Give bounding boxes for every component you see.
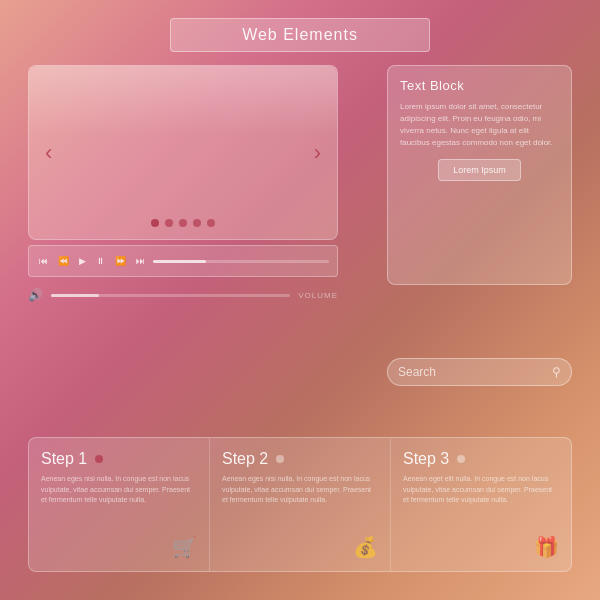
step-3-text: Aenean eget elit nulla. In congue est no… xyxy=(403,474,559,506)
step-2-title: Step 2 xyxy=(222,450,268,468)
step-2-text: Aenean eges nisi nulla. In congue est no… xyxy=(222,474,378,506)
text-block-body: Lorem ipsum dolor sit amet, consectetur … xyxy=(400,101,559,149)
page-title: Web Elements xyxy=(242,26,358,43)
volume-label: VOLUME xyxy=(298,291,338,300)
title-bar: Web Elements xyxy=(170,18,430,52)
step-1-header: Step 1 xyxy=(41,450,197,468)
slideshow-dots xyxy=(29,219,337,227)
media-btn-end[interactable]: ⏭ xyxy=(134,254,147,268)
media-btn-start[interactable]: ⏮ xyxy=(37,254,50,268)
media-btn-rewind[interactable]: ⏪ xyxy=(56,254,71,268)
step-3-header: Step 3 xyxy=(403,450,559,468)
slideshow-prev-arrow[interactable]: ‹ xyxy=(37,136,60,170)
step-1: Step 1 Aenean eges nisi nulla. In congue… xyxy=(29,438,210,571)
step-3-title: Step 3 xyxy=(403,450,449,468)
search-icon: ⚲ xyxy=(552,365,561,379)
slideshow-inner: ‹ › xyxy=(29,66,337,239)
slideshow-next-arrow[interactable]: › xyxy=(306,136,329,170)
media-controls-bar: ⏮ ⏪ ▶ ⏸ ⏩ ⏭ xyxy=(28,245,338,277)
step-3-dot xyxy=(457,455,465,463)
step-1-icon: 🛒 xyxy=(172,535,197,559)
dot-2[interactable] xyxy=(165,219,173,227)
search-input[interactable] xyxy=(398,365,552,379)
steps-bar: Step 1 Aenean eges nisi nulla. In congue… xyxy=(28,437,572,572)
media-progress-fill xyxy=(153,260,206,263)
text-block-title: Text Block xyxy=(400,78,559,93)
text-block-panel: Text Block Lorem ipsum dolor sit amet, c… xyxy=(387,65,572,285)
media-btn-forward[interactable]: ⏩ xyxy=(113,254,128,268)
slideshow-panel: ‹ › xyxy=(28,65,338,240)
dot-3[interactable] xyxy=(179,219,187,227)
step-1-dot xyxy=(95,455,103,463)
volume-bar-container: 🔊 VOLUME xyxy=(28,285,338,305)
lorem-ipsum-button[interactable]: Lorem Ipsum xyxy=(438,159,521,181)
dot-4[interactable] xyxy=(193,219,201,227)
step-3: Step 3 Aenean eget elit nulla. In congue… xyxy=(391,438,571,571)
search-bar[interactable]: ⚲ xyxy=(387,358,572,386)
media-btn-play[interactable]: ▶ xyxy=(77,254,88,268)
volume-track[interactable] xyxy=(51,294,290,297)
step-2-icon: 💰 xyxy=(353,535,378,559)
media-btn-pause[interactable]: ⏸ xyxy=(94,254,107,268)
volume-icon: 🔊 xyxy=(28,288,43,302)
dot-5[interactable] xyxy=(207,219,215,227)
volume-fill xyxy=(51,294,99,297)
step-2-dot xyxy=(276,455,284,463)
step-1-title: Step 1 xyxy=(41,450,87,468)
step-1-text: Aenean eges nisi nulla. In congue est no… xyxy=(41,474,197,506)
media-progress-track[interactable] xyxy=(153,260,329,263)
dot-1[interactable] xyxy=(151,219,159,227)
step-3-icon: 🎁 xyxy=(534,535,559,559)
step-2-header: Step 2 xyxy=(222,450,378,468)
step-2: Step 2 Aenean eges nisi nulla. In congue… xyxy=(210,438,391,571)
